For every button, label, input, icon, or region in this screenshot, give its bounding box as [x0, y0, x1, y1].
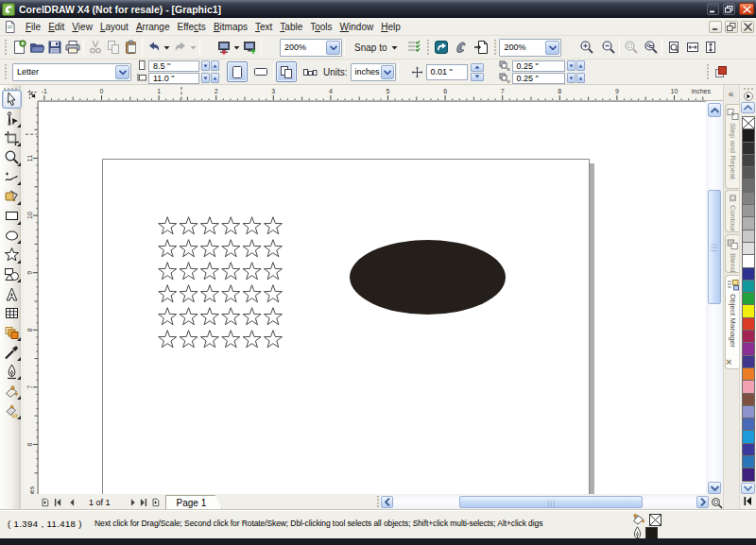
close-button[interactable] [739, 3, 754, 15]
duplicate-x-spinner[interactable] [567, 60, 585, 71]
star-object[interactable] [222, 308, 240, 325]
docker-tab-step-and-repeat[interactable]: Step and Repeat [725, 104, 740, 189]
text-tool[interactable] [2, 284, 22, 303]
star-object[interactable] [159, 331, 177, 348]
menu-table[interactable]: Table [276, 20, 306, 34]
zoom-out-button[interactable] [599, 38, 617, 57]
add-page-start-button[interactable] [40, 497, 49, 508]
options-button[interactable] [404, 38, 422, 57]
copy-button[interactable] [104, 38, 122, 57]
add-page-end-button[interactable] [151, 497, 161, 508]
crop-tool[interactable] [2, 128, 22, 147]
ruler-origin[interactable] [25, 85, 38, 101]
palette-color-#f0a2b0[interactable] [742, 380, 755, 393]
interactive-fill-tool[interactable] [2, 401, 22, 420]
import-dropdown[interactable] [232, 38, 241, 58]
menu-layout[interactable]: Layout [96, 20, 132, 34]
palette-color-#da3a24[interactable] [742, 317, 755, 331]
smart-fill-tool[interactable] [2, 187, 22, 206]
star-object[interactable] [159, 263, 177, 280]
zoom-page-button[interactable] [664, 38, 682, 57]
paper-height-field[interactable]: 11.0 " [148, 73, 199, 84]
palette-color-#b0b0b0[interactable] [742, 216, 755, 230]
corel-online-button[interactable] [452, 38, 470, 57]
star-object[interactable] [243, 285, 261, 302]
page-tab[interactable]: Page 1 [165, 495, 223, 510]
duplicate-y-spinner[interactable] [567, 73, 585, 83]
scroll-left-button[interactable] [381, 496, 393, 508]
zoom-height-button[interactable] [701, 38, 719, 57]
treat-as-filled-button[interactable] [712, 62, 730, 81]
docker-tab-contour[interactable]: Contour [725, 190, 740, 232]
toolbar-grip[interactable] [3, 39, 7, 56]
menu-help[interactable]: Help [377, 20, 404, 34]
palette-color-#424242[interactable] [742, 154, 755, 167]
menu-file[interactable]: File [22, 20, 44, 34]
first-page-button[interactable] [53, 497, 62, 508]
star-object[interactable] [264, 285, 282, 302]
palette-scroll-up-button[interactable] [741, 102, 755, 113]
scroll-right-button[interactable] [696, 496, 709, 508]
palette-color-#2d3190[interactable] [742, 267, 755, 281]
docker-collapse-button[interactable]: « [724, 88, 738, 101]
landscape-button[interactable] [250, 61, 271, 82]
star-object[interactable] [222, 263, 240, 280]
outline-color-black[interactable] [645, 527, 658, 539]
palette-color-#575757[interactable] [742, 166, 755, 179]
toolbar-grip[interactable] [492, 39, 496, 56]
star-object[interactable] [159, 240, 177, 257]
menu-arrange[interactable]: Arrange [132, 20, 174, 34]
star-object[interactable] [264, 240, 282, 257]
star-object[interactable] [243, 263, 261, 280]
star-object[interactable] [159, 217, 177, 234]
propbar-grip[interactable] [705, 63, 709, 80]
new-document-button[interactable] [9, 38, 27, 57]
star-object[interactable] [264, 331, 282, 348]
star-object[interactable] [243, 240, 261, 257]
palette-scroll-down-button[interactable] [741, 483, 755, 494]
paste-button[interactable] [122, 38, 140, 57]
application-launcher-button[interactable] [432, 38, 450, 57]
palette-color-#ffffff[interactable] [742, 254, 755, 267]
star-object[interactable] [200, 263, 218, 280]
palette-color-#4a6ab8[interactable] [742, 417, 755, 431]
scroll-down-button[interactable] [708, 482, 721, 494]
palette-color-#2a74b8[interactable] [742, 455, 755, 468]
palette-color-none[interactable] [742, 116, 755, 129]
palette-color-#8c2f94[interactable] [742, 342, 755, 355]
scrollbar-grip[interactable] [375, 495, 379, 508]
palette-color-#2e2e2e[interactable] [742, 142, 755, 155]
palette-color-#ea7c26[interactable] [742, 367, 755, 381]
docker-close-button[interactable]: × [726, 356, 731, 367]
eyedropper-tool[interactable] [2, 343, 22, 362]
new-from-template-button[interactable] [472, 38, 490, 57]
restore-button[interactable] [723, 3, 735, 15]
units-combo[interactable]: inches [351, 63, 396, 81]
previous-page-button[interactable] [67, 497, 77, 508]
star-object[interactable] [264, 217, 282, 234]
paper-height-spinner[interactable] [201, 73, 219, 83]
star-object[interactable] [159, 285, 177, 302]
ellipse-object[interactable] [350, 240, 506, 315]
zoom-level-combo-dropdown[interactable] [326, 41, 340, 55]
table-tool[interactable] [2, 304, 22, 323]
nudge-spinner[interactable] [471, 63, 484, 81]
zoom-all-button[interactable] [642, 38, 660, 57]
star-object[interactable] [264, 308, 282, 325]
redo-dropdown[interactable] [189, 38, 198, 58]
star-object[interactable] [200, 308, 218, 325]
cut-button[interactable] [86, 38, 104, 57]
next-page-button[interactable] [129, 497, 138, 508]
star-object[interactable] [180, 308, 198, 325]
star-object[interactable] [200, 217, 218, 234]
pick-tool[interactable] [2, 90, 22, 109]
horizontal-ruler[interactable]: -1012345678910inches [38, 85, 723, 101]
star-object[interactable] [200, 240, 218, 257]
toolbar-grip[interactable] [425, 39, 429, 56]
open-button[interactable] [27, 38, 45, 57]
palette-color-#41368c[interactable] [742, 355, 755, 368]
units-combo-dropdown[interactable] [381, 65, 394, 79]
duplicate-y-field[interactable]: 0.25 " [512, 73, 565, 84]
import-button[interactable] [215, 38, 232, 57]
palette-color-#e0e0e0[interactable] [742, 242, 755, 255]
